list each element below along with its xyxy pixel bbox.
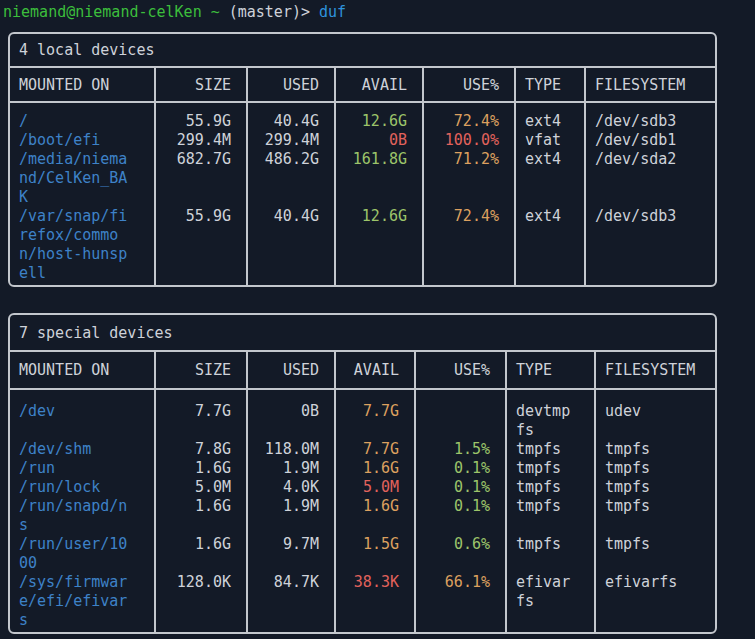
- cell-used: 0B: [248, 390, 336, 440]
- cell-mounted-on: /: [10, 103, 156, 131]
- column-header: FILESYSTEM: [596, 352, 715, 388]
- device-row: /run/lock5.0M4.0K5.0M0.1%tmpfstmpfs: [10, 478, 715, 497]
- table-body: /55.9G40.4G12.6G72.4%ext4/dev/sdb3/boot/…: [10, 103, 715, 285]
- cell-avail: 12.6G: [336, 103, 424, 131]
- cell-avail: 0B: [336, 131, 424, 150]
- local-devices-table: 4 local devices MOUNTED ONSIZEUSEDAVAILU…: [8, 32, 717, 287]
- device-row: /boot/efi299.4M299.4M0B100.0%vfat/dev/sd…: [10, 131, 715, 150]
- cell-size: 55.9G: [156, 207, 248, 285]
- cell-size: 1.6G: [156, 459, 248, 478]
- cell-avail: 12.6G: [336, 207, 424, 285]
- cell-type: tmpfs: [507, 478, 596, 497]
- cell-mounted-on-text: /run: [19, 459, 131, 478]
- cell-size: 128.0K: [156, 573, 248, 632]
- column-header: USED: [248, 352, 336, 388]
- device-row: /media/niemand/CelKen_BAK682.7G486.2G161…: [10, 150, 715, 207]
- cell-filesystem: tmpfs: [596, 440, 715, 459]
- cell-mounted-on: /var/snap/firefox/common/host-hunspell: [10, 207, 156, 285]
- terminal-screen[interactable]: niemand@niemand-celKen~(master)>duf 4 lo…: [0, 0, 755, 639]
- cell-used: 84.7K: [248, 573, 336, 632]
- cell-used: 486.2G: [248, 150, 336, 207]
- cell-use-percent: 1.5%: [416, 440, 507, 459]
- column-header: FILESYSTEM: [586, 68, 715, 101]
- column-header: SIZE: [156, 352, 248, 388]
- cell-use-percent: 72.4%: [424, 103, 516, 131]
- cell-avail: 1.6G: [336, 459, 416, 478]
- table-body: /dev7.7G0B7.7Gdevtmpfsudev/dev/shm7.8G11…: [10, 390, 715, 632]
- cell-size: 682.7G: [156, 150, 248, 207]
- cell-used: 9.7M: [248, 535, 336, 573]
- cell-used: 1.9M: [248, 497, 336, 535]
- cell-mounted-on-text: /: [19, 112, 131, 131]
- cell-use-percent: 66.1%: [416, 573, 507, 632]
- cell-mounted-on-text: /media/niemand/CelKen_BAK: [19, 150, 131, 207]
- cell-used: 1.9M: [248, 459, 336, 478]
- cell-use-percent: 0.1%: [416, 497, 507, 535]
- cell-avail: 5.0M: [336, 478, 416, 497]
- cell-mounted-on-text: /sys/firmware/efi/efivars: [19, 573, 131, 630]
- cell-filesystem: /dev/sdb3: [586, 207, 715, 285]
- cell-type: tmpfs: [507, 440, 596, 459]
- table-title: 4 local devices: [10, 34, 715, 68]
- column-header: USE%: [424, 68, 516, 101]
- table-header-row: MOUNTED ONSIZEUSEDAVAILUSE%TYPEFILESYSTE…: [10, 352, 715, 390]
- cell-type: tmpfs: [507, 535, 596, 573]
- prompt-line: niemand@niemand-celKen~(master)>duf: [0, 0, 755, 22]
- cell-use-percent: 0.1%: [416, 459, 507, 478]
- table-header-row: MOUNTED ONSIZEUSEDAVAILUSE%TYPEFILESYSTE…: [10, 68, 715, 103]
- cell-filesystem: udev: [596, 390, 715, 440]
- column-header: MOUNTED ON: [10, 352, 156, 388]
- cell-used: 40.4G: [248, 103, 336, 131]
- cell-used: 4.0K: [248, 478, 336, 497]
- cell-mounted-on-text: /run/snapd/ns: [19, 497, 131, 535]
- device-row: /run/snapd/ns1.6G1.9M1.6G0.1%tmpfstmpfs: [10, 497, 715, 535]
- cell-avail: 161.8G: [336, 150, 424, 207]
- cell-mounted-on: /boot/efi: [10, 131, 156, 150]
- column-header: USE%: [416, 352, 507, 388]
- prompt-git-branch: (master)>: [229, 3, 310, 22]
- cell-mounted-on: /sys/firmware/efi/efivars: [10, 573, 156, 632]
- prompt-command: duf: [319, 3, 346, 22]
- table-title: 7 special devices: [10, 315, 715, 352]
- cell-mounted-on-text: /var/snap/firefox/common/host-hunspell: [19, 207, 131, 283]
- cell-avail: 1.6G: [336, 497, 416, 535]
- cell-mounted-on-text: /run/lock: [19, 478, 131, 497]
- device-row: /sys/firmware/efi/efivars128.0K84.7K38.3…: [10, 573, 715, 632]
- cell-size: 55.9G: [156, 103, 248, 131]
- cell-type-text: tmpfs: [516, 459, 574, 478]
- cell-used: 118.0M: [248, 440, 336, 459]
- special-devices-table: 7 special devices MOUNTED ONSIZEUSEDAVAI…: [8, 313, 717, 634]
- cell-type: ext4: [516, 207, 586, 285]
- cell-avail: 7.7G: [336, 440, 416, 459]
- column-header: AVAIL: [336, 352, 416, 388]
- cell-type: devtmpfs: [507, 390, 596, 440]
- cell-size: 299.4M: [156, 131, 248, 150]
- cell-type-text: tmpfs: [516, 497, 574, 516]
- cell-filesystem: tmpfs: [596, 478, 715, 497]
- cell-type-text: ext4: [525, 207, 583, 226]
- column-header: TYPE: [516, 68, 586, 101]
- cell-size: 7.7G: [156, 390, 248, 440]
- cell-type-text: tmpfs: [516, 440, 574, 459]
- cell-mounted-on: /run/user/1000: [10, 535, 156, 573]
- cell-size: 7.8G: [156, 440, 248, 459]
- device-row: /55.9G40.4G12.6G72.4%ext4/dev/sdb3: [10, 103, 715, 131]
- device-row: /var/snap/firefox/common/host-hunspell55…: [10, 207, 715, 285]
- cell-filesystem: efivarfs: [596, 573, 715, 632]
- cell-size: 5.0M: [156, 478, 248, 497]
- column-header: USED: [248, 68, 336, 101]
- cell-type: tmpfs: [507, 459, 596, 478]
- cell-mounted-on-text: /boot/efi: [19, 131, 131, 150]
- cell-filesystem: /dev/sda2: [586, 150, 715, 207]
- cell-filesystem: tmpfs: [596, 459, 715, 478]
- cell-filesystem: /dev/sdb3: [586, 103, 715, 131]
- cell-type-text: vfat: [525, 131, 583, 150]
- cell-mounted-on-text: /dev: [19, 402, 131, 421]
- cell-type-text: devtmpfs: [516, 402, 574, 440]
- cell-size: 1.6G: [156, 497, 248, 535]
- cell-mounted-on: /run/snapd/ns: [10, 497, 156, 535]
- cell-use-percent: 100.0%: [424, 131, 516, 150]
- cell-type: ext4: [516, 103, 586, 131]
- cell-mounted-on: /run: [10, 459, 156, 478]
- cell-use-percent: 72.4%: [424, 207, 516, 285]
